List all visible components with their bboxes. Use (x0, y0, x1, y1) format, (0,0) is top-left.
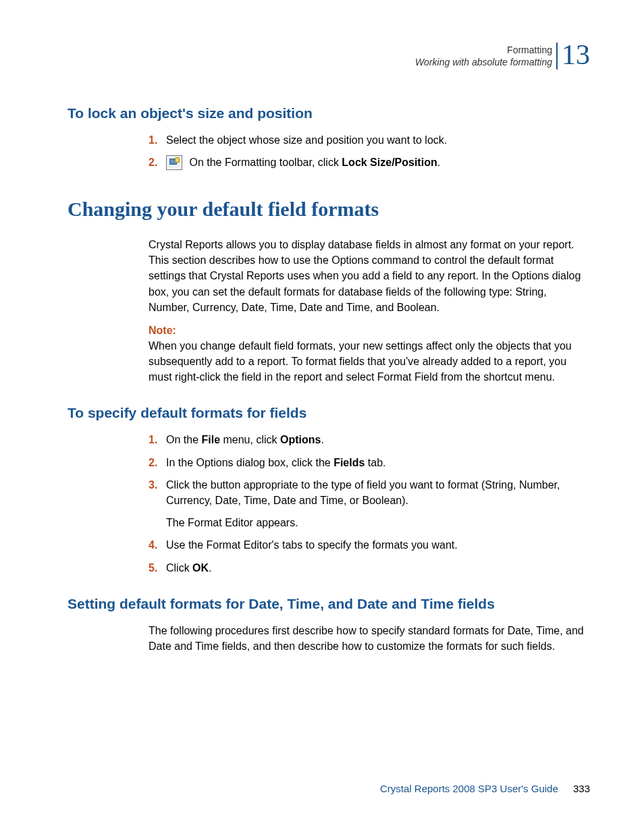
t: Click the button appropriate to the type… (166, 479, 560, 506)
step-text-bold: Lock Size/Position (342, 157, 437, 168)
step-number: 1. (149, 432, 166, 447)
page-header: Formatting Working with absolute formatt… (68, 40, 590, 72)
step-text: Use the Format Editor's tabs to specify … (166, 537, 590, 553)
t: . (321, 434, 323, 445)
section-changing-defaults: Changing your default field formats Crys… (68, 198, 590, 385)
para-date-time-defaults: The following procedures first describe … (149, 623, 590, 654)
step-text: On the File menu, click Options. (166, 432, 590, 447)
step-4: 4. Use the Format Editor's tabs to speci… (149, 537, 590, 553)
header-chapter-title: Formatting (415, 44, 552, 56)
step-2: 2. In the Options dialog box, click the … (149, 455, 590, 470)
section-specify-defaults: To specify default formats for fields 1.… (68, 405, 590, 575)
section-lock-object: To lock an object's size and position 1.… (68, 105, 590, 171)
footer-guide-name: Crystal Reports 2008 SP3 User's Guide (380, 783, 558, 794)
note-label: Note: (149, 325, 590, 337)
t: menu, click (220, 434, 280, 445)
t: In the Options dialog box, click the (166, 457, 333, 468)
steps-specify-defaults: 1. On the File menu, click Options. 2. I… (149, 432, 590, 575)
t: On the (166, 434, 201, 445)
step-1: 1. On the File menu, click Options. (149, 432, 590, 447)
t: tab. (365, 457, 385, 468)
heading-lock-object: To lock an object's size and position (68, 105, 590, 121)
step-text: In the Options dialog box, click the Fie… (166, 455, 590, 470)
step-text: Click the button appropriate to the type… (166, 477, 590, 531)
bold-file: File (201, 434, 220, 445)
footer-page-number: 333 (573, 783, 590, 794)
header-divider (556, 43, 558, 70)
t: Click (166, 562, 192, 574)
page-footer: Crystal Reports 2008 SP3 User's Guide 33… (380, 783, 590, 794)
step-number: 3. (149, 477, 166, 531)
para-changing-defaults: Crystal Reports allows you to display da… (149, 237, 590, 315)
step-3: 3. Click the button appropriate to the t… (149, 477, 590, 531)
step-followup: The Format Editor appears. (166, 515, 590, 530)
bold-options: Options (280, 434, 321, 445)
lock-size-position-icon (166, 155, 182, 170)
heading-changing-defaults: Changing your default field formats (68, 198, 590, 221)
section-date-time-defaults: Setting default formats for Date, Time, … (68, 596, 590, 654)
step-text-suffix: . (437, 157, 440, 168)
step-number: 2. (149, 455, 166, 470)
steps-lock-object: 1. Select the object whose size and posi… (149, 132, 590, 171)
heading-specify-defaults: To specify default formats for fields (68, 405, 590, 421)
bold-ok: OK (192, 562, 209, 574)
bold-fields: Fields (333, 457, 365, 468)
step-1: 1. Select the object whose size and posi… (149, 132, 590, 148)
header-subtitle: Working with absolute formatting (415, 56, 552, 68)
note-text: When you change default field formats, y… (149, 338, 590, 385)
step-number: 4. (149, 537, 166, 553)
step-5: 5. Click OK. (149, 560, 590, 576)
step-text: Click OK. (166, 560, 590, 576)
header-text-block: Formatting Working with absolute formatt… (415, 44, 552, 68)
step-2: 2. On the Formatting toolbar, click Lock… (149, 155, 590, 171)
step-number: 5. (149, 560, 166, 576)
step-text: Select the object whose size and positio… (166, 132, 590, 148)
step-text-prefix: On the Formatting toolbar, click (186, 157, 342, 168)
step-text: On the Formatting toolbar, click Lock Si… (166, 155, 590, 171)
step-number: 2. (149, 155, 166, 171)
step-number: 1. (149, 132, 166, 148)
t: . (209, 562, 211, 574)
heading-date-time-defaults: Setting default formats for Date, Time, … (68, 596, 590, 612)
chapter-number: 13 (562, 40, 590, 72)
